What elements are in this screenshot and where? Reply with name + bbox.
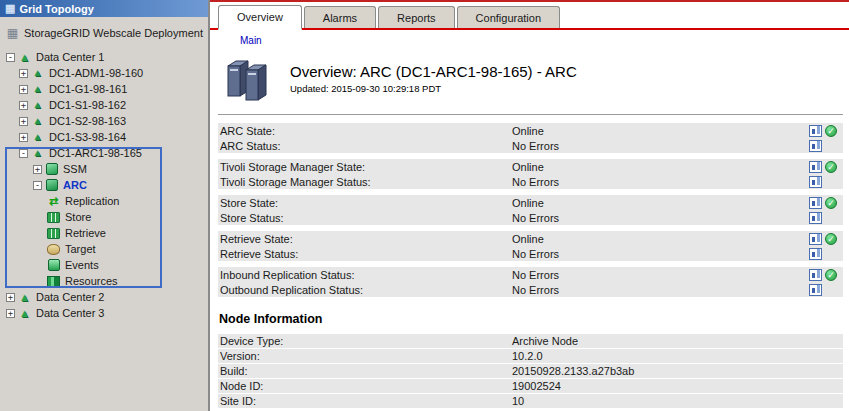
tree-item-data-center-1[interactable]: - Data Center 1 [0,49,208,65]
report-chart-icon[interactable] [809,248,822,260]
attribute-label: Outbound Replication Status: [220,284,512,296]
events-icon [47,259,60,272]
info-row-build: Build: 20150928.2133.a27b3ab [218,364,843,378]
status-row: Tivoli Storage Manager Status: No Errors [218,174,843,189]
attribute-value: Online [512,161,809,173]
status-ok-icon [825,161,837,173]
tree-item-label: DC1-ARC1-98-165 [47,147,144,159]
attribute-value: No Errors [512,248,809,260]
tab-overview[interactable]: Overview [218,5,302,30]
tree-item-dc1-adm1-98-160[interactable]: + DC1-ADM1-98-160 [0,65,208,81]
retrieve-icon [47,227,60,240]
tree-item-deployment[interactable]: StorageGRID Webscale Deployment [0,25,208,41]
tree-item-label: Data Center 3 [34,307,106,319]
tree-item-dc1-s1-98-162[interactable]: + DC1-S1-98-162 [0,97,208,113]
report-chart-icon[interactable] [809,140,822,152]
node-icon [31,131,44,144]
expand-icon[interactable]: + [19,133,28,142]
tree-item-replication[interactable]: Replication [0,193,208,209]
updated-timestamp: Updated: 2015-09-30 10:29:18 PDT [290,83,577,94]
report-chart-icon[interactable] [809,269,822,281]
report-chart-icon[interactable] [809,284,822,296]
attribute-value: No Errors [512,212,809,224]
attribute-value: No Errors [512,140,809,152]
attribute-label: ARC State: [220,125,512,137]
attribute-value: 10 [512,395,840,407]
tree-item-data-center-3[interactable]: + Data Center 3 [0,305,208,321]
status-row: ARC State: Online [218,123,843,138]
collapse-icon[interactable]: - [6,53,15,62]
header-divider [218,114,843,115]
collapse-icon[interactable]: - [33,181,42,190]
attribute-label: Retrieve Status: [220,248,512,260]
attribute-value: No Errors [512,269,809,281]
grid-topology-sidebar: ▦ Grid Topology StorageGRID Webscale Dep… [0,0,210,411]
report-chart-icon[interactable] [809,176,822,188]
tree-item-resources[interactable]: Resources [0,273,208,289]
expand-icon[interactable]: + [6,309,15,318]
status-ok-icon [825,125,837,137]
expand-icon[interactable]: + [33,165,42,174]
arc-icon [45,179,58,192]
tree-item-store[interactable]: Store [0,209,208,225]
tree-item-label: DC1-G1-98-161 [47,83,129,95]
tab-bar: Overview Alarms Reports Configuration [210,2,849,30]
info-row-site-id: Site ID: 10 [218,394,843,408]
collapse-icon[interactable]: - [19,149,28,158]
attribute-label: Site ID: [220,395,512,407]
status-row: Outbound Replication Status: No Errors [218,282,843,297]
tree-item-arc[interactable]: - ARC [0,177,208,193]
tab-reports[interactable]: Reports [378,6,455,28]
tree-item-events[interactable]: Events [0,257,208,273]
resources-icon [47,275,60,288]
report-chart-icon[interactable] [809,197,822,209]
tree-item-retrieve[interactable]: Retrieve [0,225,208,241]
expand-icon[interactable]: + [19,69,28,78]
tree-item-ssm[interactable]: + SSM [0,161,208,177]
row-icons [809,269,840,281]
report-chart-icon[interactable] [809,161,822,173]
tab-configuration[interactable]: Configuration [457,6,560,28]
node-icon [31,99,44,112]
report-chart-icon[interactable] [809,125,822,137]
sidebar-title: Grid Topology [19,3,93,15]
sidebar-header: ▦ Grid Topology [0,0,208,17]
page-title: Overview: ARC (DC1-ARC1-98-165) - ARC [290,63,577,80]
attribute-label: Inbound Replication Status: [220,269,512,281]
grid-topology-icon: ▦ [5,3,15,14]
report-chart-icon[interactable] [809,212,822,224]
tree-item-dc1-g1-98-161[interactable]: + DC1-G1-98-161 [0,81,208,97]
report-chart-icon[interactable] [809,233,822,245]
tree-item-label: StorageGRID Webscale Deployment [22,27,205,39]
tree-item-target[interactable]: Target [0,241,208,257]
status-group-replication: Inbound Replication Status: No Errors Ou… [218,267,843,297]
tree-item-label: Events [63,259,101,271]
status-row: Tivoli Storage Manager State: Online [218,159,843,174]
status-row: Store State: Online [218,195,843,210]
attribute-label: Tivoli Storage Manager Status: [220,176,512,188]
row-icons [809,161,840,173]
row-icons [809,176,840,188]
attribute-label: Tivoli Storage Manager State: [220,161,512,173]
expand-icon[interactable]: + [19,85,28,94]
tree-item-dc1-arc1-98-165[interactable]: - DC1-ARC1-98-165 [0,145,208,161]
breadcrumb-main-link[interactable]: Main [240,35,262,46]
attribute-value: 10.2.0 [512,350,840,362]
attribute-value: Online [512,125,809,137]
expand-icon[interactable]: + [6,293,15,302]
data-center-icon [18,291,31,304]
attribute-label: Device Type: [220,335,512,347]
status-row: ARC Status: No Errors [218,138,843,153]
tree-item-dc1-s2-98-163[interactable]: + DC1-S2-98-163 [0,113,208,129]
attribute-value: Archive Node [512,335,840,347]
tab-alarms[interactable]: Alarms [304,6,376,28]
tree-item-dc1-s3-98-164[interactable]: + DC1-S3-98-164 [0,129,208,145]
tree-item-data-center-2[interactable]: + Data Center 2 [0,289,208,305]
status-group-store: Store State: Online Store Status: No Err… [218,195,843,225]
status-row: Retrieve State: Online [218,231,843,246]
expand-icon[interactable]: + [19,101,28,110]
breadcrumb: Main [210,30,849,50]
node-icon [31,115,44,128]
attribute-label: ARC Status: [220,140,512,152]
expand-icon[interactable]: + [19,117,28,126]
